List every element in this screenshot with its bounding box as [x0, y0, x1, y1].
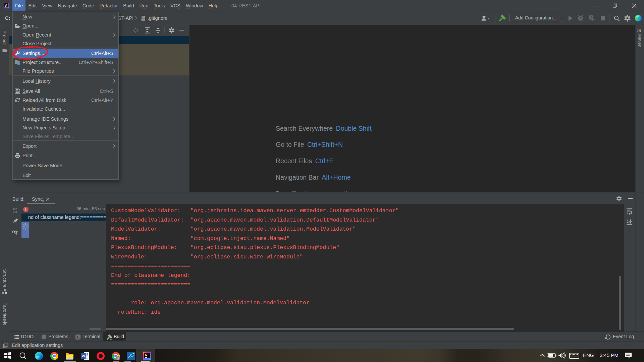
- svg-text:W: W: [82, 354, 85, 358]
